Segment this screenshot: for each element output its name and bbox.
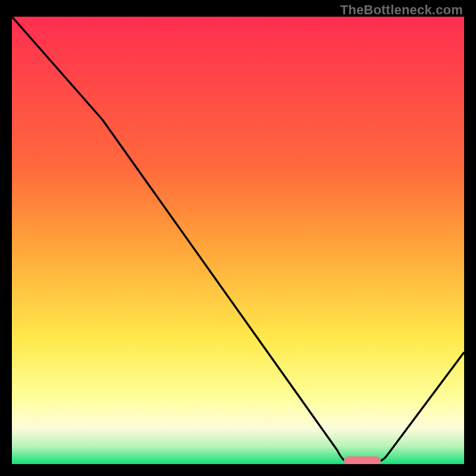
plot-area (12, 17, 464, 464)
optimum-marker (344, 456, 381, 464)
watermark-text: TheBottleneck.com (340, 2, 463, 18)
chart-svg (12, 17, 464, 464)
gradient-background (12, 17, 464, 464)
chart-frame: TheBottleneck.com (0, 0, 476, 476)
